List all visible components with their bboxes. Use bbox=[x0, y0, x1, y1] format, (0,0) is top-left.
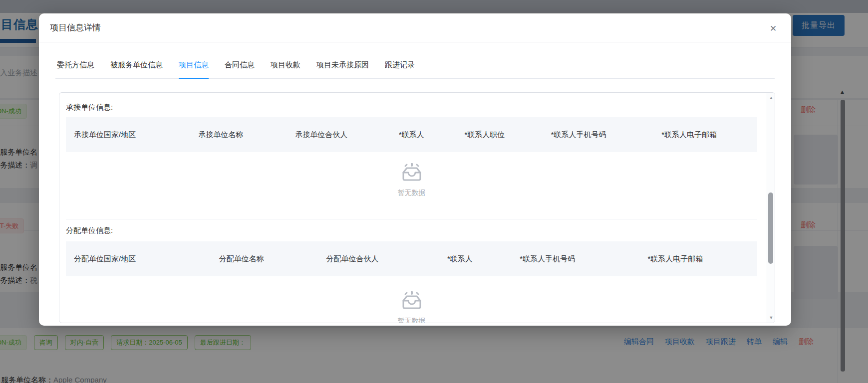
modal-scrollbar: ▲ ▼ bbox=[767, 93, 775, 323]
col-contact-title: *联系人职位 bbox=[457, 130, 543, 140]
scrollbar-down-icon[interactable]: ▼ bbox=[767, 315, 775, 320]
col-unit-name: 承接单位名称 bbox=[190, 130, 287, 140]
undertaking-unit-section-label: 承接单位信息: bbox=[66, 103, 757, 112]
tab-consignor-info[interactable]: 委托方信息 bbox=[57, 60, 94, 78]
col-contact-email: *联系人电子邮箱 bbox=[653, 130, 757, 140]
allocation-unit-section-label: 分配单位信息: bbox=[66, 226, 757, 235]
col-contact: *联系人 bbox=[391, 130, 457, 140]
col-country-region: 分配单位国家/地区 bbox=[66, 254, 211, 264]
col-unit-partner: 分配单位合伙人 bbox=[318, 254, 439, 264]
table-header-row: 承接单位国家/地区 承接单位名称 承接单位合伙人 *联系人 *联系人职位 *联系… bbox=[66, 117, 757, 152]
table-header-row: 分配单位国家/地区 分配单位名称 分配单位合伙人 *联系人 *联系人手机号码 *… bbox=[66, 241, 757, 276]
empty-state: 暂无数据 bbox=[66, 152, 757, 219]
dialog-header: 项目信息详情 bbox=[39, 13, 791, 42]
tab-project-info[interactable]: 项目信息 bbox=[179, 60, 209, 78]
col-unit-name: 分配单位名称 bbox=[211, 254, 318, 264]
empty-text: 暂无数据 bbox=[398, 317, 426, 323]
close-icon[interactable]: ✕ bbox=[767, 22, 779, 34]
allocation-unit-table: 分配单位国家/地区 分配单位名称 分配单位合伙人 *联系人 *联系人手机号码 *… bbox=[66, 241, 757, 323]
project-detail-dialog: 项目信息详情 ✕ 委托方信息 被服务单位信息 项目信息 合同信息 项目收款 项目… bbox=[39, 13, 791, 326]
scrollbar-thumb[interactable] bbox=[768, 192, 773, 264]
dialog-tab-bar: 委托方信息 被服务单位信息 项目信息 合同信息 项目收款 项目未承接原因 跟进记… bbox=[55, 42, 775, 79]
scrollable-content: 承接单位信息: 承接单位国家/地区 承接单位名称 承接单位合伙人 *联系人 *联… bbox=[59, 93, 775, 323]
dialog-title: 项目信息详情 bbox=[50, 22, 101, 33]
empty-text: 暂无数据 bbox=[398, 189, 426, 197]
col-unit-partner: 承接单位合伙人 bbox=[287, 130, 391, 140]
tab-served-unit-info[interactable]: 被服务单位信息 bbox=[110, 60, 163, 78]
tab-not-undertaken-reason[interactable]: 项目未承接原因 bbox=[316, 60, 369, 78]
tab-contract-info[interactable]: 合同信息 bbox=[225, 60, 255, 78]
tab-follow-record[interactable]: 跟进记录 bbox=[385, 60, 415, 78]
tab-project-receipt[interactable]: 项目收款 bbox=[271, 60, 300, 78]
col-contact: *联系人 bbox=[439, 254, 512, 264]
tab-content-panel: 承接单位信息: 承接单位国家/地区 承接单位名称 承接单位合伙人 *联系人 *联… bbox=[59, 92, 775, 323]
col-country-region: 承接单位国家/地区 bbox=[66, 130, 190, 140]
scrollbar-up-icon[interactable]: ▲ bbox=[767, 95, 775, 100]
empty-state: 暂无数据 bbox=[66, 276, 757, 323]
empty-box-icon bbox=[400, 291, 424, 312]
undertaking-unit-table: 承接单位国家/地区 承接单位名称 承接单位合伙人 *联系人 *联系人职位 *联系… bbox=[66, 117, 757, 219]
empty-box-icon bbox=[400, 163, 424, 184]
col-contact-email: *联系人电子邮箱 bbox=[640, 254, 757, 264]
col-contact-phone: *联系人手机号码 bbox=[543, 130, 654, 140]
screen: 目信息 入业务描述 ⚙ ON-成功 删除 服务单位名 务描 bbox=[0, 0, 868, 383]
col-contact-phone: *联系人手机号码 bbox=[512, 254, 639, 264]
